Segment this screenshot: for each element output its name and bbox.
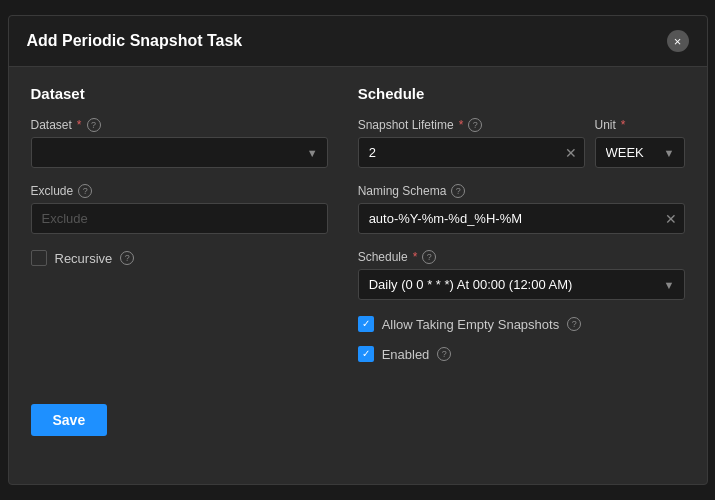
snapshot-lifetime-field-group: Snapshot Lifetime* ? ✕ xyxy=(358,118,585,168)
dataset-select[interactable] xyxy=(31,137,328,168)
unit-select-wrapper: HOUR DAY WEEK MONTH YEAR ▼ xyxy=(595,137,685,168)
allow-empty-check-icon: ✓ xyxy=(362,319,370,329)
dataset-help-icon[interactable]: ? xyxy=(87,118,101,132)
schedule-select-wrapper: Daily (0 0 * * *) At 00:00 (12:00 AM) ▼ xyxy=(358,269,685,300)
snapshot-lifetime-clear-button[interactable]: ✕ xyxy=(565,146,577,160)
exclude-label: Exclude ? xyxy=(31,184,328,198)
recursive-row: Recursive ? xyxy=(31,250,328,266)
schedule-select[interactable]: Daily (0 0 * * *) At 00:00 (12:00 AM) xyxy=(358,269,685,300)
save-button[interactable]: Save xyxy=(31,404,108,436)
lifetime-unit-row: Snapshot Lifetime* ? ✕ Unit* HOUR xyxy=(358,118,685,184)
enabled-row: ✓ Enabled ? xyxy=(358,346,685,362)
enabled-help-icon[interactable]: ? xyxy=(437,347,451,361)
dataset-section-title: Dataset xyxy=(31,85,328,102)
allow-empty-label: Allow Taking Empty Snapshots xyxy=(382,317,560,332)
unit-field-group: Unit* HOUR DAY WEEK MONTH YEAR ▼ xyxy=(595,118,685,168)
dataset-select-wrapper: ▼ xyxy=(31,137,328,168)
naming-schema-help-icon[interactable]: ? xyxy=(451,184,465,198)
unit-label: Unit* xyxy=(595,118,685,132)
dataset-label: Dataset* ? xyxy=(31,118,328,132)
recursive-label: Recursive xyxy=(55,251,113,266)
naming-schema-input[interactable] xyxy=(358,203,685,234)
unit-select[interactable]: HOUR DAY WEEK MONTH YEAR xyxy=(595,137,685,168)
schedule-section-title: Schedule xyxy=(358,85,685,102)
naming-schema-label: Naming Schema ? xyxy=(358,184,685,198)
enabled-check-icon: ✓ xyxy=(362,349,370,359)
schedule-help-icon[interactable]: ? xyxy=(422,250,436,264)
allow-empty-help-icon[interactable]: ? xyxy=(567,317,581,331)
recursive-help-icon[interactable]: ? xyxy=(120,251,134,265)
snapshot-lifetime-input[interactable] xyxy=(358,137,585,168)
right-column: Schedule Snapshot Lifetime* ? ✕ Unit* xyxy=(358,85,685,376)
exclude-field-group: Exclude ? xyxy=(31,184,328,234)
enabled-checkbox[interactable]: ✓ xyxy=(358,346,374,362)
left-column: Dataset Dataset* ? ▼ Exclude ? xyxy=(31,85,328,376)
dataset-field-group: Dataset* ? ▼ xyxy=(31,118,328,168)
schedule-field-group: Schedule* ? Daily (0 0 * * *) At 00:00 (… xyxy=(358,250,685,300)
snapshot-lifetime-label: Snapshot Lifetime* ? xyxy=(358,118,585,132)
recursive-checkbox[interactable] xyxy=(31,250,47,266)
close-button[interactable]: × xyxy=(667,30,689,52)
dialog-body: Dataset Dataset* ? ▼ Exclude ? xyxy=(9,67,707,394)
dialog-footer: Save xyxy=(9,394,707,436)
naming-schema-field-group: Naming Schema ? ✕ xyxy=(358,184,685,234)
naming-schema-input-wrapper: ✕ xyxy=(358,203,685,234)
add-snapshot-task-dialog: Add Periodic Snapshot Task × Dataset Dat… xyxy=(8,15,708,485)
exclude-help-icon[interactable]: ? xyxy=(78,184,92,198)
allow-empty-row: ✓ Allow Taking Empty Snapshots ? xyxy=(358,316,685,332)
enabled-label: Enabled xyxy=(382,347,430,362)
naming-schema-clear-button[interactable]: ✕ xyxy=(665,212,677,226)
dialog-header: Add Periodic Snapshot Task × xyxy=(9,16,707,67)
allow-empty-checkbox[interactable]: ✓ xyxy=(358,316,374,332)
snapshot-lifetime-help-icon[interactable]: ? xyxy=(468,118,482,132)
snapshot-lifetime-input-wrapper: ✕ xyxy=(358,137,585,168)
dialog-title: Add Periodic Snapshot Task xyxy=(27,32,243,50)
exclude-input[interactable] xyxy=(31,203,328,234)
schedule-label: Schedule* ? xyxy=(358,250,685,264)
